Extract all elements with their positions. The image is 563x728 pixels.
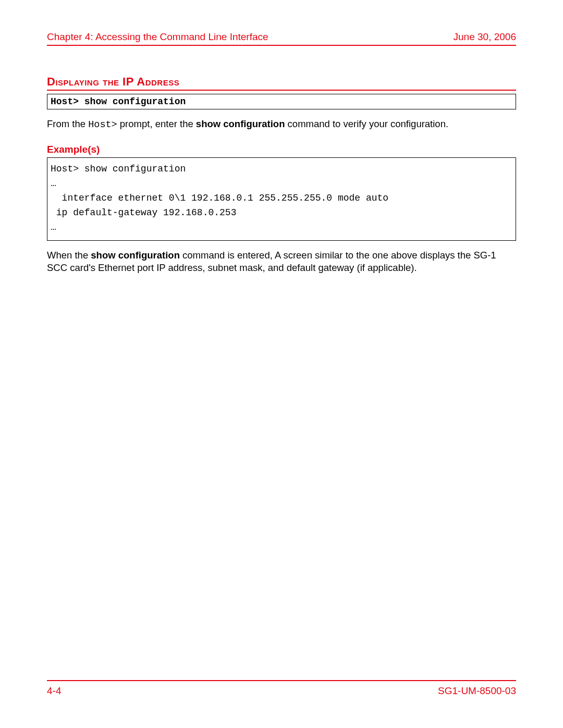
- example-output-box: Host> show configuration … interface eth…: [47, 157, 516, 240]
- outro-pre: When the: [47, 250, 91, 261]
- intro-pre: From the: [47, 118, 88, 129]
- footer-row: 4-4 SG1-UM-8500-03: [47, 680, 516, 697]
- intro-bold: show configuration: [196, 118, 285, 129]
- command-box: Host> show configuration: [47, 94, 516, 109]
- document-id: SG1-UM-8500-03: [438, 685, 516, 697]
- page-footer: 4-4 SG1-UM-8500-03: [47, 680, 516, 697]
- intro-mono: Host>: [88, 119, 117, 130]
- chapter-title: Chapter 4: Accessing the Command Line In…: [47, 31, 268, 43]
- examples-heading: Example(s): [47, 144, 516, 155]
- header-date: June 30, 2006: [454, 31, 516, 43]
- intro-mid: prompt, enter the: [117, 118, 196, 129]
- outro-bold: show configuration: [91, 250, 180, 261]
- page-number: 4-4: [47, 685, 61, 697]
- intro-paragraph: From the Host> prompt, enter the show co…: [47, 118, 516, 131]
- document-page: Chapter 4: Accessing the Command Line In…: [0, 0, 563, 728]
- page-header: Chapter 4: Accessing the Command Line In…: [47, 31, 516, 46]
- intro-post: command to verify your configuration.: [285, 118, 448, 129]
- outro-paragraph: When the show configuration command is e…: [47, 249, 516, 274]
- section-heading: Displaying the IP Address: [47, 75, 516, 91]
